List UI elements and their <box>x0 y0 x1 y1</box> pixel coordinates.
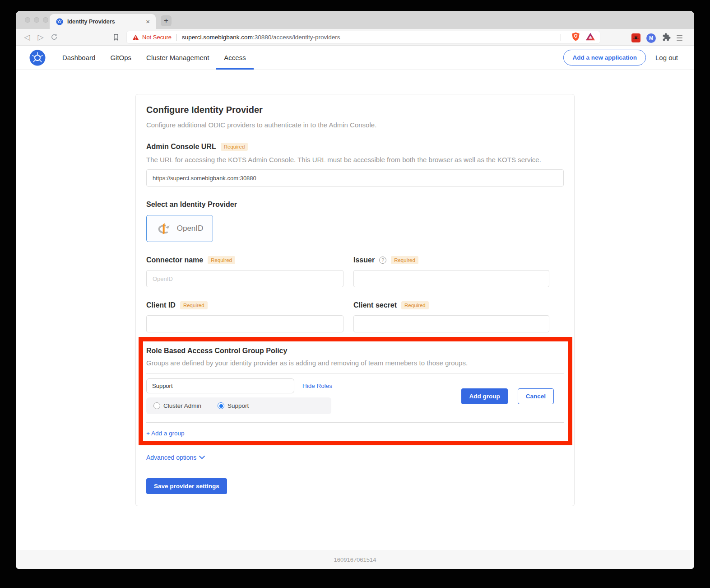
nav-item-gitops[interactable]: GitOps <box>110 46 131 70</box>
not-secure-label[interactable]: Not Secure <box>142 34 172 41</box>
client-id-input[interactable] <box>146 315 343 332</box>
rbac-subtitle: Groups are defined by your identity prov… <box>146 359 564 367</box>
cancel-button[interactable]: Cancel <box>518 388 554 404</box>
role-option-cluster-admin[interactable]: Cluster Admin <box>153 402 201 409</box>
profile-avatar[interactable]: M <box>646 33 656 43</box>
close-tab-icon[interactable]: × <box>144 18 151 25</box>
rbac-divider <box>146 422 564 423</box>
new-tab-button[interactable]: + <box>161 15 172 26</box>
nav-item-access[interactable]: Access <box>224 46 246 70</box>
issuer-label: Issuer <box>353 256 375 264</box>
openid-logo-icon <box>156 222 173 235</box>
client-secret-input[interactable] <box>353 315 549 332</box>
logout-link[interactable]: Log out <box>655 54 678 61</box>
required-badge: Required <box>391 256 418 264</box>
required-badge: Required <box>180 301 208 309</box>
page-subtitle: Configure additional ODIC providers to a… <box>146 121 564 129</box>
minimize-window-icon[interactable] <box>34 17 39 23</box>
radio-checked-icon[interactable] <box>218 402 224 409</box>
rbac-title: Role Based Access Control Group Policy <box>146 347 564 355</box>
client-id-label: Client ID <box>146 301 176 309</box>
tab-identity-providers[interactable]: Identity Providers × <box>50 14 156 29</box>
url-bar[interactable]: Not Secure superci.somebigbank.com:30880… <box>126 31 600 44</box>
nav-items: Dashboard GitOps Cluster Management Acce… <box>62 46 246 70</box>
chevron-down-icon <box>199 456 205 459</box>
roles-box: Cluster Admin Support <box>146 397 331 414</box>
menu-hamburger-icon[interactable] <box>677 35 682 41</box>
traffic-lights <box>25 17 48 23</box>
role-option-support[interactable]: Support <box>218 402 249 409</box>
nav-item-dashboard[interactable]: Dashboard <box>62 46 95 70</box>
admin-console-url-label: Admin Console URL <box>146 143 216 151</box>
shields-separator <box>561 34 561 41</box>
radio-unchecked-icon[interactable] <box>153 402 160 409</box>
warning-triangle-icon[interactable] <box>132 34 139 41</box>
hide-roles-link[interactable]: Hide Roles <box>302 383 332 389</box>
tab-title: Identity Providers <box>67 19 144 25</box>
openid-provider-card[interactable]: OpenID <box>146 215 213 242</box>
tab-strip: Identity Providers × + <box>16 11 694 29</box>
url-text[interactable]: superci.somebigbank.com:30880/access/ide… <box>182 34 340 41</box>
connector-name-input[interactable] <box>146 270 343 287</box>
group-name-input[interactable] <box>146 378 294 393</box>
forward-icon[interactable]: ▷ <box>34 33 47 42</box>
role-label: Support <box>227 402 249 409</box>
kubernetes-logo-icon[interactable] <box>29 50 46 66</box>
connector-name-label: Connector name <box>146 256 203 264</box>
back-icon[interactable]: ◁ <box>20 33 34 42</box>
page-title: Configure Identity Provider <box>146 105 564 115</box>
client-secret-label: Client secret <box>353 301 397 309</box>
url-separator <box>176 34 177 41</box>
add-a-group-link[interactable]: + Add a group <box>146 430 184 437</box>
advanced-options-toggle[interactable]: Advanced options <box>146 454 564 461</box>
adblock-extension-icon[interactable] <box>631 33 640 42</box>
zoom-window-icon[interactable] <box>43 17 48 23</box>
add-group-button[interactable]: Add group <box>461 388 507 404</box>
kubernetes-favicon-icon <box>56 18 63 25</box>
openid-label: OpenID <box>177 224 204 233</box>
admin-console-url-help: The URL for accessing the KOTS Admin Con… <box>146 156 564 163</box>
rbac-divider <box>146 373 564 373</box>
footer-bar: 1609167061514 <box>16 550 694 569</box>
rbac-highlighted-section: Role Based Access Control Group Policy G… <box>139 337 572 445</box>
bat-triangle-icon[interactable] <box>585 32 595 43</box>
save-provider-settings-button[interactable]: Save provider settings <box>146 478 227 494</box>
issuer-input[interactable] <box>353 270 549 287</box>
nav-item-cluster-management[interactable]: Cluster Management <box>146 46 209 70</box>
add-new-application-button[interactable]: Add a new application <box>563 50 646 65</box>
required-badge: Required <box>208 256 235 264</box>
reload-icon[interactable] <box>47 33 61 41</box>
extensions-puzzle-icon[interactable] <box>662 33 671 43</box>
browser-toolbar: ◁ ▷ Not Secure superci.somebigbank <box>16 29 694 46</box>
close-window-icon[interactable] <box>25 17 30 23</box>
required-badge: Required <box>221 143 248 151</box>
admin-console-url-input[interactable] <box>146 169 564 187</box>
app-navbar: Dashboard GitOps Cluster Management Acce… <box>16 46 694 70</box>
help-question-icon[interactable]: ? <box>379 257 386 264</box>
configure-idp-card: Configure Identity Provider Configure ad… <box>135 94 575 506</box>
advanced-options-label: Advanced options <box>146 454 196 461</box>
select-idp-label: Select an Identity Provider <box>146 201 237 209</box>
browser-window: Identity Providers × + ◁ ▷ <box>16 11 694 569</box>
required-badge: Required <box>401 301 429 309</box>
role-label: Cluster Admin <box>163 402 201 409</box>
bookmark-icon[interactable] <box>112 33 120 41</box>
brave-shield-icon[interactable] <box>571 32 580 43</box>
footer-timestamp: 1609167061514 <box>334 556 376 563</box>
url-path: :30880/access/identity-providers <box>253 34 340 41</box>
page-content: Configure Identity Provider Configure ad… <box>16 70 694 550</box>
url-domain: superci.somebigbank.com <box>182 34 253 41</box>
